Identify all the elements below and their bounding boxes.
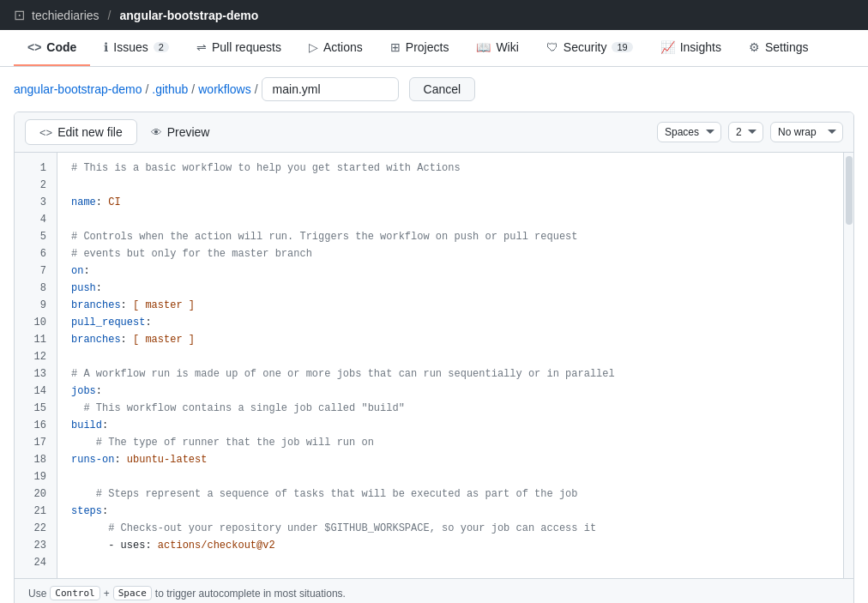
code-line: - uses: actions/checkout@v2 (71, 537, 829, 554)
repo-icon: ⊡ (14, 7, 25, 23)
pr-icon: ⇌ (196, 40, 207, 54)
edit-icon: <> (39, 126, 52, 139)
tab-issues[interactable]: ℹ Issues 2 (90, 30, 183, 66)
code-line: # events but only for the master branch (71, 245, 829, 262)
line-number: 10 (15, 314, 57, 331)
code-line: branches: [ master ] (71, 297, 829, 314)
line-number: 13 (15, 365, 57, 383)
line-number: 24 (15, 554, 57, 571)
line-number: 18 (15, 451, 57, 468)
editor-tab-group: <> Edit new file 👁 Preview (25, 119, 223, 145)
code-editor: 123456789101112131415161718192021222324 … (15, 153, 853, 578)
code-line: on: (71, 262, 829, 280)
space-key: Space (113, 586, 152, 600)
tab-pr-label: Pull requests (212, 40, 281, 54)
breadcrumb: angular-bootstrap-demo / .github / workf… (0, 67, 868, 112)
scrollbar-thumb[interactable] (846, 156, 853, 225)
tab-wiki[interactable]: 📖 Wiki (462, 30, 532, 66)
breadcrumb-dir1[interactable]: .github (152, 82, 188, 96)
code-line: # Steps represent a sequence of tasks th… (71, 485, 829, 503)
control-key: Control (50, 586, 99, 600)
code-line: # This is a basic workflow to help you g… (71, 160, 829, 177)
issues-badge: 2 (154, 42, 169, 52)
status-bar: Use Control + Space to trigger autocompl… (15, 578, 853, 603)
code-line: # The type of runner that the job will r… (71, 434, 829, 451)
tab-pull-requests[interactable]: ⇌ Pull requests (183, 30, 295, 66)
code-content[interactable]: # This is a basic workflow to help you g… (57, 153, 843, 578)
line-number: 7 (15, 262, 57, 280)
line-number: 17 (15, 434, 57, 451)
tab-actions-label: Actions (323, 40, 363, 54)
tab-actions[interactable]: ▷ Actions (295, 30, 377, 66)
top-bar: ⊡ techiediaries / angular-bootstrap-demo (0, 0, 868, 30)
tab-projects[interactable]: ⊞ Projects (377, 30, 463, 66)
code-line: steps: (71, 503, 829, 520)
tab-edit[interactable]: <> Edit new file (25, 119, 137, 145)
code-line: push: (71, 280, 829, 297)
line-number: 15 (15, 400, 57, 417)
line-number: 20 (15, 485, 57, 503)
wiki-icon: 📖 (476, 40, 491, 54)
indent-size-select[interactable]: 2 4 8 (728, 122, 763, 142)
code-line: # Controls when the action will run. Tri… (71, 228, 829, 245)
status-prefix: Use (28, 588, 46, 600)
code-line: build: (71, 417, 829, 434)
tab-security-label: Security (564, 40, 607, 54)
editor-container: <> Edit new file 👁 Preview Spaces Tabs 2… (14, 112, 854, 603)
breadcrumb-sep2: / (191, 82, 195, 96)
breadcrumb-repo[interactable]: angular-bootstrap-demo (14, 82, 142, 96)
status-suffix: to trigger autocomplete in most situatio… (155, 588, 346, 600)
code-line (71, 348, 829, 365)
line-numbers: 123456789101112131415161718192021222324 (15, 153, 57, 578)
code-line (71, 177, 829, 194)
code-line: jobs: (71, 383, 829, 400)
repo-separator: / (108, 9, 112, 22)
scrollbar[interactable] (843, 153, 853, 578)
code-line: # This workflow contains a single job ca… (71, 400, 829, 417)
tab-preview[interactable]: 👁 Preview (137, 120, 224, 144)
tab-edit-label: Edit new file (57, 125, 122, 139)
cancel-button[interactable]: Cancel (409, 77, 476, 101)
line-number: 4 (15, 211, 57, 228)
line-number: 1 (15, 160, 57, 177)
tab-wiki-label: Wiki (496, 40, 518, 54)
line-number: 12 (15, 348, 57, 365)
repo-name-link[interactable]: angular-bootstrap-demo (120, 9, 259, 22)
spaces-select[interactable]: Spaces Tabs (657, 122, 721, 142)
line-number: 9 (15, 297, 57, 314)
tab-settings[interactable]: ⚙ Settings (735, 30, 823, 66)
tab-projects-label: Projects (406, 40, 449, 54)
tab-insights[interactable]: 📈 Insights (647, 30, 735, 66)
tab-settings-label: Settings (765, 40, 809, 54)
actions-icon: ▷ (309, 40, 318, 54)
nav-tabs: <> Code ℹ Issues 2 ⇌ Pull requests ▷ Act… (0, 30, 868, 67)
line-number: 21 (15, 503, 57, 520)
code-line (71, 211, 829, 228)
code-line: pull_request: (71, 314, 829, 331)
breadcrumb-dir2[interactable]: workflows (198, 82, 250, 96)
line-number: 8 (15, 280, 57, 297)
insights-icon: 📈 (660, 40, 675, 54)
repo-owner-link[interactable]: techiediaries (32, 9, 99, 22)
editor-toolbar: <> Edit new file 👁 Preview Spaces Tabs 2… (15, 112, 853, 153)
security-icon: 🛡 (546, 40, 558, 54)
line-number: 3 (15, 194, 57, 211)
wrap-select[interactable]: No wrap Soft wrap (770, 122, 843, 142)
tab-preview-label: Preview (167, 125, 210, 139)
breadcrumb-sep3: / (255, 82, 258, 96)
security-badge: 19 (612, 42, 632, 52)
editor-controls: Spaces Tabs 2 4 8 No wrap Soft wrap (657, 122, 843, 142)
line-number: 6 (15, 245, 57, 262)
breadcrumb-sep1: / (145, 82, 148, 96)
tab-code[interactable]: <> Code (14, 30, 90, 66)
projects-icon: ⊞ (390, 40, 401, 54)
tab-security[interactable]: 🛡 Security 19 (533, 30, 647, 66)
filename-input[interactable] (262, 77, 399, 101)
code-line: # A workflow run is made up of one or mo… (71, 365, 829, 383)
tab-insights-label: Insights (680, 40, 721, 54)
code-icon: <> (27, 40, 41, 54)
line-number: 14 (15, 383, 57, 400)
line-number: 19 (15, 468, 57, 485)
line-number: 22 (15, 520, 57, 537)
status-plus: + (104, 588, 110, 600)
